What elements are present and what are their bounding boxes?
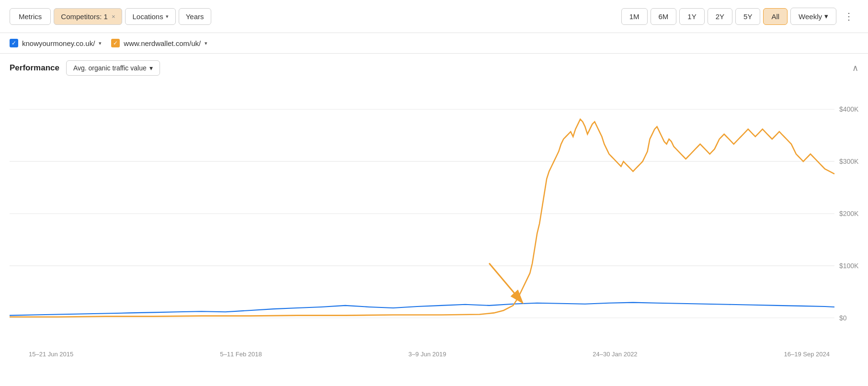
time-all-button[interactable]: All bbox=[763, 8, 788, 25]
x-label-1: 5–11 Feb 2018 bbox=[220, 351, 262, 358]
x-label-4: 16–19 Sep 2024 bbox=[784, 351, 830, 358]
competitors-close-icon[interactable]: × bbox=[112, 13, 115, 20]
period-dropdown[interactable]: Weekly ▾ bbox=[790, 8, 836, 25]
time-1y-button[interactable]: 1Y bbox=[679, 8, 704, 25]
locations-tab[interactable]: Locations ▾ bbox=[125, 8, 175, 25]
metric-dropdown[interactable]: Avg. organic traffic value ▾ bbox=[66, 60, 160, 76]
toolbar: Metrics Competitors: 1 × Locations ▾ Yea… bbox=[0, 0, 868, 33]
competitors-row: ✓ knowyourmoney.co.uk/ ▾ ✓ www.nerdwalle… bbox=[0, 33, 868, 54]
years-tab[interactable]: Years bbox=[179, 8, 211, 25]
competitors-tab-label: Competitors: 1 bbox=[61, 12, 108, 21]
svg-line-5 bbox=[489, 263, 523, 303]
period-chevron-icon: ▾ bbox=[824, 12, 828, 21]
time-2y-button[interactable]: 2Y bbox=[708, 8, 732, 25]
competitor-dropdown-icon-1: ▾ bbox=[205, 40, 207, 46]
more-options-button[interactable]: ⋮ bbox=[839, 7, 858, 26]
locations-label: Locations bbox=[132, 12, 163, 21]
svg-text:$200K: $200K bbox=[839, 210, 858, 217]
locations-chevron-icon: ▾ bbox=[166, 13, 169, 20]
time-1m-button[interactable]: 1M bbox=[621, 8, 648, 25]
x-label-0: 15–21 Jun 2015 bbox=[29, 351, 73, 358]
chart-area: $400K $300K $200K $100K $0 bbox=[10, 79, 858, 348]
competitor-checkbox-orange[interactable]: ✓ bbox=[111, 39, 120, 47]
collapse-button[interactable]: ∧ bbox=[852, 63, 858, 73]
competitor-checkbox-blue[interactable]: ✓ bbox=[10, 39, 18, 47]
metric-chevron-icon: ▾ bbox=[149, 64, 153, 72]
toolbar-right: 1M 6M 1Y 2Y 5Y All Weekly ▾ ⋮ bbox=[621, 7, 858, 26]
x-label-2: 3–9 Jun 2019 bbox=[409, 351, 446, 358]
competitors-tab[interactable]: Competitors: 1 × bbox=[54, 8, 122, 25]
competitor-name-1: www.nerdwallet.com/uk/ bbox=[124, 39, 201, 47]
svg-text:$100K: $100K bbox=[839, 262, 858, 270]
performance-section: Performance Avg. organic traffic value ▾… bbox=[0, 54, 868, 79]
competitor-dropdown-icon-0: ▾ bbox=[99, 40, 102, 46]
competitor-item-1[interactable]: ✓ www.nerdwallet.com/uk/ ▾ bbox=[111, 39, 207, 47]
x-axis-labels: 15–21 Jun 2015 5–11 Feb 2018 3–9 Jun 201… bbox=[10, 348, 858, 358]
competitor-item-0[interactable]: ✓ knowyourmoney.co.uk/ ▾ bbox=[10, 39, 102, 47]
toolbar-left: Metrics Competitors: 1 × Locations ▾ Yea… bbox=[10, 8, 211, 25]
metric-label: Avg. organic traffic value bbox=[73, 64, 147, 72]
performance-chart: $400K $300K $200K $100K $0 bbox=[10, 79, 858, 348]
x-label-3: 24–30 Jan 2022 bbox=[593, 351, 637, 358]
time-6m-button[interactable]: 6M bbox=[651, 8, 677, 25]
period-label: Weekly bbox=[799, 12, 822, 21]
metrics-tab[interactable]: Metrics bbox=[10, 8, 51, 25]
svg-text:$0: $0 bbox=[839, 314, 847, 322]
performance-left: Performance Avg. organic traffic value ▾ bbox=[10, 60, 160, 76]
svg-text:$400K: $400K bbox=[839, 105, 858, 113]
time-5y-button[interactable]: 5Y bbox=[735, 8, 760, 25]
years-label: Years bbox=[186, 12, 204, 21]
competitor-name-0: knowyourmoney.co.uk/ bbox=[22, 39, 95, 47]
svg-text:$300K: $300K bbox=[839, 158, 858, 165]
performance-title: Performance bbox=[10, 63, 59, 73]
